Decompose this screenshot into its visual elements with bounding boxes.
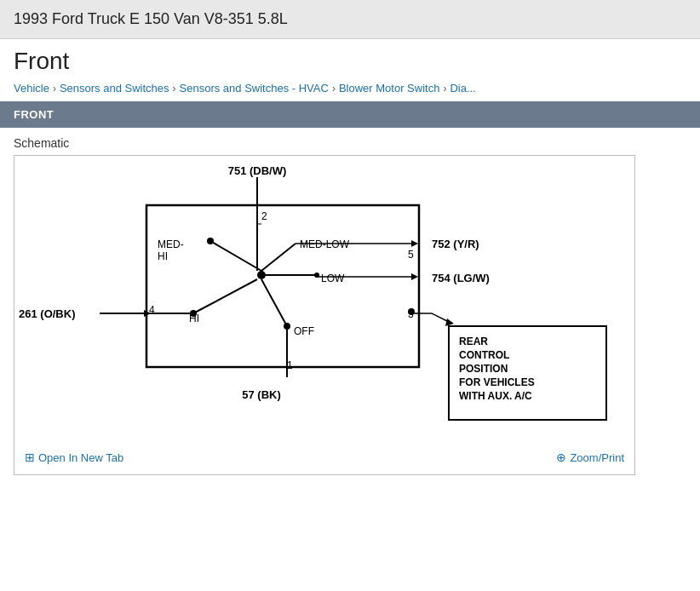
label-57bk: 57 (BK) xyxy=(242,388,281,401)
chevron-icon-3: › xyxy=(332,83,336,95)
rear-control-line4: FOR VEHICLES xyxy=(459,376,535,388)
vehicle-detail: V8-351 5.8L xyxy=(200,10,288,27)
schematic-svg: 751 (DB/W) 2 MED- HI MED-LOW 5 xyxy=(14,156,636,437)
svg-line-6 xyxy=(210,241,261,271)
label-751: 751 (DB/W) xyxy=(228,164,287,177)
open-in-new-tab-icon: ⊞ xyxy=(25,450,35,464)
breadcrumb-blower-motor-switch[interactable]: Blower Motor Switch xyxy=(339,82,439,95)
label-hi: HI xyxy=(158,250,168,262)
schematic-diagram: 751 (DB/W) 2 MED- HI MED-LOW 5 xyxy=(14,156,634,445)
zoom-print-icon: ⊕ xyxy=(556,450,566,464)
rear-control-line2: CONTROL xyxy=(459,349,509,361)
chevron-icon-4: › xyxy=(443,83,446,95)
svg-point-7 xyxy=(207,238,214,244)
vehicle-bold: 1993 Ford Truck E 150 Van xyxy=(14,10,200,27)
breadcrumb: Vehicle › Sensors and Switches › Sensors… xyxy=(14,78,686,101)
page-title: Front xyxy=(14,48,686,75)
rear-control-line5: WITH AUX. A/C xyxy=(459,390,532,402)
zoom-print-link[interactable]: ⊕ Zoom/Print xyxy=(556,450,624,464)
svg-line-10 xyxy=(261,244,295,271)
breadcrumb-vehicle[interactable]: Vehicle xyxy=(14,82,49,95)
svg-point-12 xyxy=(190,310,197,317)
svg-line-24 xyxy=(432,313,449,322)
page-section: Front Vehicle › Sensors and Switches › S… xyxy=(0,39,700,101)
chevron-icon-2: › xyxy=(173,83,176,95)
breadcrumb-dia[interactable]: Dia... xyxy=(450,82,475,95)
label-node2: 2 xyxy=(261,210,267,222)
center-contact xyxy=(257,271,266,279)
label-752: 752 (Y/R) xyxy=(432,238,479,250)
label-low: LOW xyxy=(321,273,345,284)
label-754: 754 (LG/W) xyxy=(432,272,490,284)
label-med-hi: MED- xyxy=(158,238,184,250)
schematic-container: 751 (DB/W) 2 MED- HI MED-LOW 5 xyxy=(14,155,635,475)
breadcrumb-sensors-switches[interactable]: Sensors and Switches xyxy=(60,82,169,95)
breadcrumb-sensors-switches-hvac[interactable]: Sensors and Switches - HVAC xyxy=(180,82,329,95)
svg-rect-1 xyxy=(146,205,419,367)
schematic-footer: ⊞ Open In New Tab ⊕ Zoom/Print xyxy=(14,445,634,468)
svg-line-14 xyxy=(261,279,287,326)
rear-control-line3: POSITION xyxy=(459,363,508,375)
svg-marker-5 xyxy=(411,273,418,280)
vehicle-title: 1993 Ford Truck E 150 Van V8-351 5.8L xyxy=(14,10,288,27)
schematic-label: Schematic xyxy=(14,136,686,150)
open-in-new-tab-label[interactable]: Open In New Tab xyxy=(38,451,123,464)
open-new-tab-link[interactable]: ⊞ Open In New Tab xyxy=(25,450,123,464)
section-header-label: FRONT xyxy=(14,108,54,121)
svg-point-26 xyxy=(408,308,415,315)
label-node5: 5 xyxy=(408,249,414,261)
label-med-low: MED-LOW xyxy=(300,238,350,250)
svg-point-9 xyxy=(314,273,319,278)
label-node1: 1 xyxy=(287,359,293,371)
svg-line-11 xyxy=(193,279,257,313)
rear-control-line1: REAR xyxy=(459,336,488,347)
svg-marker-3 xyxy=(411,240,418,247)
label-off: OFF xyxy=(294,325,314,337)
chevron-icon-1: › xyxy=(53,83,56,95)
section-header-bar: FRONT xyxy=(0,101,700,128)
label-261: 261 (O/BK) xyxy=(19,307,75,320)
zoom-print-label[interactable]: Zoom/Print xyxy=(570,451,624,464)
svg-marker-25 xyxy=(445,318,454,326)
header-bar: 1993 Ford Truck E 150 Van V8-351 5.8L xyxy=(0,0,700,39)
schematic-section: Schematic 751 (DB/W) 2 MED- HI MED-LOW xyxy=(0,128,700,484)
